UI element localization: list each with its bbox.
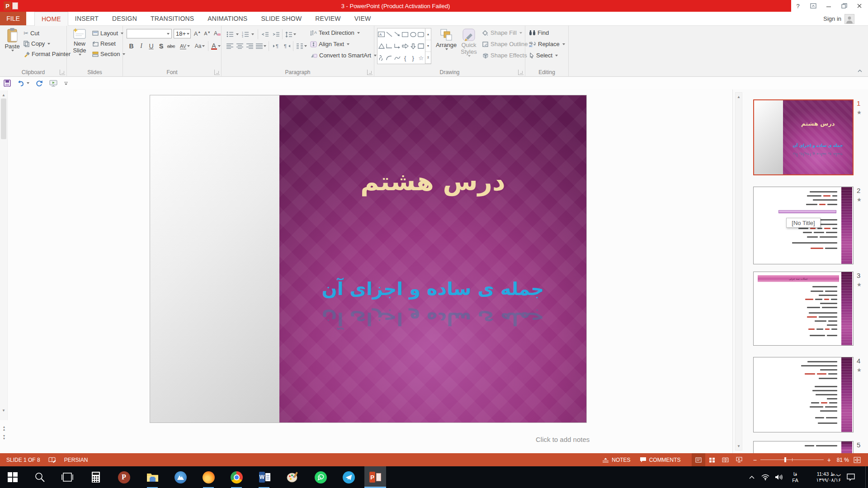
start-from-beginning-icon[interactable]: [49, 80, 57, 87]
tab-insert[interactable]: INSERT: [68, 12, 105, 25]
shape-flowchart-icon[interactable]: [418, 43, 424, 49]
font-size-combo[interactable]: 18+: [174, 29, 191, 38]
slide-show-view-button[interactable]: [732, 453, 746, 466]
quick-styles-button[interactable]: Quick Styles: [458, 28, 479, 57]
language-indicator[interactable]: PERSIAN: [64, 457, 88, 463]
zoom-out-icon[interactable]: −: [753, 456, 757, 464]
whatsapp-icon[interactable]: [311, 466, 330, 488]
shape-right-brace-icon[interactable]: }: [412, 55, 414, 61]
next-slide-button[interactable]: ▼▼: [1, 434, 7, 441]
zoom-in-icon[interactable]: +: [827, 456, 831, 464]
slide-title-text[interactable]: درس هشتم: [279, 167, 586, 196]
normal-view-button[interactable]: [692, 453, 705, 466]
ribbon-display-options-icon[interactable]: [806, 0, 821, 12]
shape-effects-button[interactable]: Shape Effects: [482, 52, 533, 59]
zoom-slider-thumb[interactable]: [784, 457, 786, 462]
arrange-button[interactable]: Arrange: [436, 28, 457, 50]
clear-formatting-button[interactable]: A: [212, 28, 222, 38]
shape-scribble-icon[interactable]: [378, 55, 384, 61]
sign-in-area[interactable]: Sign in: [823, 12, 854, 26]
tab-transitions[interactable]: TRANSITIONS: [144, 12, 201, 25]
decrease-indent-button[interactable]: [260, 29, 270, 39]
slide-subtitle-text[interactable]: جمله ی ساده و اجزای آن: [279, 278, 586, 299]
main-vertical-scrollbar[interactable]: ▲ ▼: [0, 90, 8, 420]
shape-arrow-icon[interactable]: [394, 32, 401, 37]
close-button[interactable]: [852, 0, 867, 12]
redo-icon[interactable]: [36, 80, 43, 87]
volume-icon[interactable]: [772, 474, 786, 480]
shape-curve-icon[interactable]: [394, 56, 401, 61]
bold-button[interactable]: B: [127, 41, 136, 51]
fit-slide-to-window-button[interactable]: [849, 453, 865, 466]
shape-left-brace-icon[interactable]: {: [404, 55, 406, 61]
italic-button[interactable]: I: [137, 41, 146, 51]
paint-icon[interactable]: [283, 466, 302, 488]
tab-slide-show[interactable]: SLIDE SHOW: [254, 12, 308, 25]
notes-prompt[interactable]: Click to add notes: [536, 436, 590, 443]
chrome-icon[interactable]: [226, 466, 246, 488]
psiphon-icon[interactable]: P: [114, 466, 134, 488]
find-button[interactable]: Find: [529, 29, 549, 36]
nordvpn-icon[interactable]: [170, 466, 190, 488]
taskbar-search-icon[interactable]: [30, 466, 50, 488]
reset-button[interactable]: Reset: [92, 40, 116, 47]
thumbnail-slide-3[interactable]: جملات سه جزئی: [753, 272, 854, 346]
text-direction-button[interactable]: A Text Direction: [310, 29, 360, 36]
shape-triangle-icon[interactable]: [378, 43, 385, 49]
shape-arc-icon[interactable]: [386, 56, 392, 61]
change-case-button[interactable]: Aa: [193, 41, 206, 51]
character-spacing-button[interactable]: AV: [178, 41, 192, 51]
shape-right-arrow-icon[interactable]: [402, 43, 409, 49]
shape-down-arrow-icon[interactable]: [410, 43, 416, 49]
thumbnail-slide-4[interactable]: [753, 357, 854, 432]
save-icon[interactable]: [4, 80, 11, 87]
calculator-icon[interactable]: [86, 466, 106, 488]
start-button[interactable]: [3, 466, 23, 488]
slide-sorter-view-button[interactable]: [705, 453, 719, 466]
font-name-combo[interactable]: [127, 29, 172, 38]
font-color-button[interactable]: A: [210, 41, 222, 51]
layout-button[interactable]: Layout: [92, 30, 123, 37]
scrollbar-thumb[interactable]: [1, 99, 6, 139]
wifi-icon[interactable]: [759, 474, 772, 480]
tab-design[interactable]: DESIGN: [105, 12, 144, 25]
slide-indicator[interactable]: SLIDE 1 OF 8: [6, 457, 40, 463]
file-explorer-icon[interactable]: [142, 466, 162, 488]
ltr-direction-button[interactable]: ¶: [271, 41, 281, 51]
section-button[interactable]: Section: [92, 51, 125, 57]
minimize-button[interactable]: [821, 0, 836, 12]
reading-view-button[interactable]: [719, 453, 732, 466]
bullets-button[interactable]: [225, 29, 235, 39]
task-view-icon[interactable]: [57, 466, 77, 488]
underline-button[interactable]: U: [146, 41, 156, 51]
panel-scroll-down-icon[interactable]: ▼: [736, 443, 742, 449]
shapes-scroll-down-icon[interactable]: ▼: [425, 40, 431, 52]
shape-rounded-rectangle-icon[interactable]: [418, 32, 424, 37]
tab-view[interactable]: VIEW: [348, 12, 378, 25]
action-center-icon[interactable]: [841, 473, 861, 481]
zoom-level[interactable]: 81 %: [831, 457, 849, 463]
shape-oval-icon[interactable]: [410, 32, 416, 37]
select-button[interactable]: Select: [529, 52, 558, 59]
panel-scroll-up-icon[interactable]: ▲: [736, 94, 742, 100]
text-shadow-button[interactable]: S: [156, 41, 166, 51]
language-switcher[interactable]: فا FA: [788, 471, 803, 483]
shape-elbow-arrow-icon[interactable]: [394, 43, 401, 49]
shrink-font-button[interactable]: A▼: [203, 28, 212, 38]
align-center-button[interactable]: [235, 41, 245, 51]
new-slide-button[interactable]: New Slide: [69, 28, 90, 56]
sign-in-label[interactable]: Sign in: [823, 15, 841, 22]
numbering-button[interactable]: 123: [241, 29, 250, 39]
line-spacing-button[interactable]: [285, 29, 297, 39]
help-icon[interactable]: ?: [790, 0, 806, 12]
thumbnail-slide-5[interactable]: [753, 441, 854, 453]
powerpoint-taskbar-button[interactable]: P: [364, 466, 386, 488]
paste-button[interactable]: Paste: [3, 28, 22, 52]
tab-file[interactable]: FILE: [0, 12, 26, 25]
font-dialog-launcher[interactable]: [214, 70, 220, 75]
restore-button[interactable]: [836, 0, 852, 12]
format-painter-button[interactable]: Format Painter: [24, 51, 71, 57]
word-icon[interactable]: W: [255, 466, 275, 488]
telegram-icon[interactable]: [339, 466, 359, 488]
copy-button[interactable]: Copy: [24, 40, 50, 47]
